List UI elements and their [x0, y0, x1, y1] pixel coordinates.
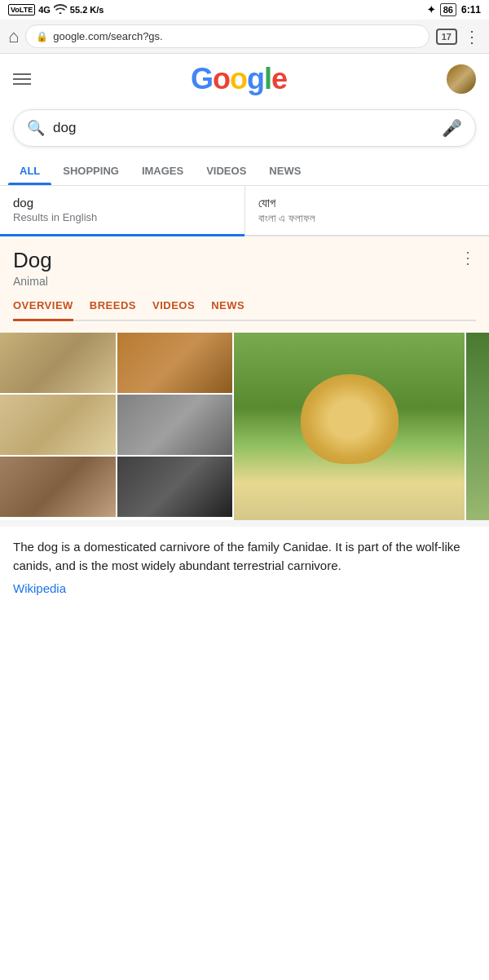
- tab-shopping[interactable]: SHOPPING: [51, 157, 130, 185]
- dog-image-1[interactable]: [0, 333, 116, 393]
- logo-g: G: [191, 62, 213, 95]
- logo-e: e: [271, 62, 287, 95]
- logo-l: l: [264, 62, 271, 95]
- lang-bengali[interactable]: যোগ বাংলা এ ফলাফল: [245, 186, 490, 235]
- logo-g2: g: [247, 62, 264, 95]
- hamburger-menu[interactable]: [13, 73, 31, 85]
- status-left: VoLTE 4G 55.2 K/s: [8, 4, 104, 15]
- search-icon: 🔍: [27, 119, 45, 137]
- wiki-description: The dog is a domesticated carnivore of t…: [13, 538, 476, 575]
- logo-o2: o: [230, 62, 247, 95]
- dog-side-image[interactable]: [466, 333, 489, 520]
- logo-o1: o: [213, 62, 230, 95]
- tab-all[interactable]: ALL: [8, 157, 51, 185]
- kp-tabs: OVERVIEW BREEDS VIDEOS NEWS: [13, 299, 476, 321]
- tab-videos[interactable]: VIDEOS: [195, 157, 258, 185]
- search-box[interactable]: 🔍 dog 🎤: [13, 109, 476, 147]
- lang-bengali-title: যোগ: [258, 196, 477, 210]
- user-avatar[interactable]: [447, 64, 476, 94]
- battery-indicator: 86: [440, 3, 456, 16]
- google-logo: Google: [191, 62, 287, 96]
- lang-english[interactable]: dog Results in English: [0, 186, 244, 236]
- volte-badge: VoLTE: [8, 4, 35, 15]
- wifi-signal: [54, 4, 67, 15]
- dog-main-image[interactable]: [234, 333, 465, 520]
- signal-4g: 4G: [38, 5, 51, 15]
- knowledge-panel: Dog Animal ⋮ OVERVIEW BREEDS VIDEOS NEWS: [0, 236, 489, 333]
- dog-grid-left: [0, 333, 232, 520]
- tab-news[interactable]: NEWS: [258, 157, 312, 185]
- dog-image-3[interactable]: [0, 395, 116, 455]
- dog-image-2[interactable]: [117, 333, 233, 393]
- lang-english-title: dog: [13, 196, 231, 210]
- search-box-container: 🔍 dog 🎤: [0, 104, 489, 157]
- wikipedia-link[interactable]: Wikipedia: [13, 581, 476, 595]
- url-bar[interactable]: 🔒 google.com/search?gs.: [25, 24, 429, 48]
- lock-icon: 🔒: [36, 31, 48, 42]
- kp-tab-breeds[interactable]: BREEDS: [90, 299, 136, 320]
- lang-english-subtitle: Results in English: [13, 211, 231, 223]
- kp-header: Dog Animal ⋮: [13, 248, 476, 288]
- tab-images[interactable]: IMAGES: [130, 157, 195, 185]
- language-toggle: dog Results in English যোগ বাংলা এ ফলাফল: [0, 186, 489, 236]
- url-text: google.com/search?gs.: [53, 30, 162, 42]
- dog-image-4[interactable]: [117, 395, 233, 455]
- kp-tab-videos[interactable]: VIDEOS: [152, 299, 195, 320]
- search-query[interactable]: dog: [53, 120, 434, 136]
- search-tabs: ALL SHOPPING IMAGES VIDEOS NEWS: [0, 157, 489, 186]
- status-bar: VoLTE 4G 55.2 K/s ✦ 86 6:11: [0, 0, 489, 20]
- home-button[interactable]: ⌂: [8, 26, 19, 47]
- tab-count-button[interactable]: 17: [436, 29, 457, 45]
- kp-more-options[interactable]: ⋮: [460, 248, 476, 267]
- status-right: ✦ 86 6:11: [427, 3, 481, 16]
- kp-subtitle: Animal: [13, 275, 52, 288]
- dog-side-img-content: [466, 333, 489, 520]
- wikipedia-section: The dog is a domesticated carnivore of t…: [0, 520, 489, 607]
- bluetooth-icon: ✦: [427, 4, 435, 15]
- google-header: Google: [0, 54, 489, 104]
- dog-image-6[interactable]: [117, 457, 233, 517]
- kp-tab-news[interactable]: NEWS: [211, 299, 244, 320]
- browser-menu-button[interactable]: ⋮: [464, 27, 481, 46]
- microphone-icon[interactable]: 🎤: [442, 118, 462, 138]
- avatar-image: [447, 64, 476, 94]
- kp-tab-overview[interactable]: OVERVIEW: [13, 299, 73, 320]
- speed-reading: 55.2 K/s: [70, 5, 104, 15]
- kp-title-group: Dog Animal: [13, 248, 52, 288]
- browser-chrome: ⌂ 🔒 google.com/search?gs. 17 ⋮: [0, 20, 489, 54]
- time-display: 6:11: [461, 4, 481, 15]
- kp-title: Dog: [13, 248, 52, 273]
- lang-bengali-subtitle: বাংলা এ ফলাফল: [258, 212, 477, 225]
- dog-images-section[interactable]: [0, 333, 489, 520]
- dog-image-5[interactable]: [0, 457, 116, 517]
